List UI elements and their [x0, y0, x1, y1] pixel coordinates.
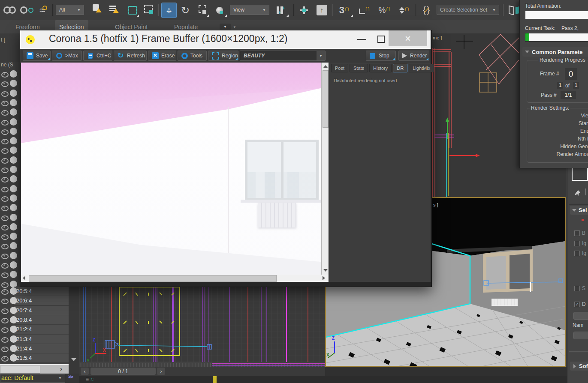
- visibility-eye-icon[interactable]: [1, 110, 9, 116]
- next-frame-button[interactable]: ›: [157, 368, 165, 375]
- visibility-eye-icon[interactable]: [1, 337, 9, 343]
- track-bar-key-marker[interactable]: [213, 376, 217, 383]
- checkbox-d[interactable]: ✓: [574, 302, 580, 307]
- scroll-up-icon[interactable]: [323, 65, 328, 68]
- start-render-button[interactable]: Render: [398, 51, 429, 61]
- layer-circle-icon[interactable]: [10, 307, 17, 314]
- use-pivot-center-icon[interactable]: ++: [272, 3, 289, 17]
- frame-buffer-titlebar[interactable]: Corona 1.5 (hotfix 1) Frame Buffer (1600…: [20, 30, 431, 49]
- visibility-eye-icon[interactable]: [1, 244, 9, 249]
- visibility-eye-icon[interactable]: [1, 215, 9, 221]
- explorer-hscroll-thumb[interactable]: [0, 366, 40, 374]
- mini-curve-editor-icon[interactable]: ≡: [86, 376, 89, 382]
- layer-circle-icon[interactable]: [10, 99, 17, 106]
- fb-tab-post[interactable]: Post: [331, 64, 348, 72]
- fb-region-button[interactable]: Region: [208, 51, 238, 61]
- angle-snap-icon[interactable]: ∩: [356, 3, 373, 17]
- frame-buffer-vscrollbar[interactable]: [321, 63, 329, 275]
- visibility-eye-icon[interactable]: [1, 318, 9, 323]
- unlink-selection-icon[interactable]: [19, 3, 34, 17]
- scroll-right-icon[interactable]: [323, 276, 325, 280]
- explorer-row[interactable]: 21:4:4: [0, 344, 69, 353]
- reference-coordinate-dropdown[interactable]: View▼: [230, 5, 269, 15]
- chevron-down-icon[interactable]: ▼: [58, 376, 62, 380]
- layer-circle-icon[interactable]: [10, 252, 17, 259]
- visibility-eye-icon[interactable]: [1, 327, 9, 333]
- checkbox-b[interactable]: [574, 230, 580, 236]
- checkbox-ig[interactable]: [574, 241, 580, 246]
- select-object-icon[interactable]: [91, 3, 106, 17]
- layer-circle-icon[interactable]: [10, 128, 17, 135]
- fb-ctrlc-button[interactable]: Ctrl+C: [83, 51, 112, 61]
- fb-refresh-button[interactable]: Refresh: [114, 51, 147, 61]
- explorer-column-header[interactable]: ne (S: [1, 62, 13, 68]
- select-by-name-icon[interactable]: [107, 3, 124, 17]
- panel-button[interactable]: [573, 312, 588, 320]
- frame-buffer-hscrollbar[interactable]: [21, 275, 329, 282]
- layer-circle-icon[interactable]: [10, 345, 17, 352]
- snaps-toggle-icon[interactable]: 3∩: [335, 3, 353, 17]
- fb-tab-lightmix[interactable]: LightMix: [409, 64, 434, 72]
- fb-tools-button[interactable]: Tools: [178, 51, 207, 61]
- fb-tab-stats[interactable]: Stats: [350, 64, 368, 72]
- visibility-eye-icon[interactable]: [1, 91, 9, 97]
- visibility-eye-icon[interactable]: [1, 120, 9, 126]
- scroll-down-icon[interactable]: [323, 269, 328, 272]
- fb-max-button[interactable]: >Max: [52, 51, 82, 61]
- workspace-name[interactable]: ace: Default: [1, 374, 33, 381]
- explorer-row[interactable]: 20:5:4: [0, 287, 69, 296]
- panel-button[interactable]: [573, 332, 588, 339]
- explorer-item-name[interactable]: 21:3:4: [16, 336, 32, 342]
- explorer-row[interactable]: 20:7:4: [0, 306, 69, 315]
- layer-circle-icon[interactable]: [10, 118, 17, 126]
- visibility-eye-icon[interactable]: [1, 347, 9, 352]
- visibility-eye-icon[interactable]: [1, 187, 9, 192]
- percent-snap-icon[interactable]: %∩: [376, 3, 394, 17]
- time-slider[interactable]: 0 / 1: [90, 368, 156, 375]
- visibility-eye-icon[interactable]: [1, 234, 9, 240]
- maximize-button[interactable]: [377, 36, 385, 43]
- visibility-eye-icon[interactable]: [1, 168, 9, 173]
- vscroll-thumb[interactable]: [323, 70, 329, 128]
- selection-filter-dropdown[interactable]: All▼: [56, 5, 84, 15]
- layer-circle-icon[interactable]: [10, 214, 17, 221]
- layer-circle-icon[interactable]: [10, 137, 17, 144]
- close-button[interactable]: ×: [389, 30, 427, 46]
- layer-circle-icon[interactable]: [10, 108, 17, 116]
- visibility-eye-icon[interactable]: [1, 225, 9, 230]
- layer-circle-icon[interactable]: [10, 223, 17, 230]
- explorer-row[interactable]: 20:6:4: [0, 296, 69, 305]
- explorer-item-name[interactable]: 21:5:4: [16, 355, 32, 361]
- chevron-down-icon[interactable]: ▼: [233, 25, 236, 29]
- layer-circle-icon[interactable]: [10, 335, 17, 343]
- layer-circle-icon[interactable]: [10, 233, 17, 240]
- explorer-item-name[interactable]: 20:8:4: [16, 317, 32, 323]
- common-parameters-rollout[interactable]: Common Paramete: [522, 47, 588, 57]
- layer-circle-icon[interactable]: [10, 156, 17, 164]
- toolbar-overflow-chevrons[interactable]: >>: [68, 374, 72, 380]
- visibility-eye-icon[interactable]: [1, 263, 9, 269]
- scroll-down-icon[interactable]: [71, 358, 76, 361]
- select-and-place-icon[interactable]: [212, 3, 227, 17]
- explorer-item-name[interactable]: 21:4:4: [16, 345, 32, 352]
- fb-tab-dr[interactable]: DR: [393, 64, 407, 72]
- previous-frame-button[interactable]: ‹: [81, 368, 89, 375]
- select-and-link-icon[interactable]: [2, 3, 17, 17]
- layer-circle-icon[interactable]: [10, 70, 17, 78]
- bind-to-spacewarp-icon[interactable]: ≈: [36, 3, 51, 17]
- layer-circle-icon[interactable]: [10, 204, 17, 211]
- visibility-eye-icon[interactable]: [1, 81, 9, 87]
- visibility-eye-icon[interactable]: [1, 101, 9, 106]
- soft-selection-rollout[interactable]: Sof: [570, 362, 588, 371]
- visibility-eye-icon[interactable]: [1, 356, 9, 362]
- pin-icon[interactable]: [573, 189, 582, 196]
- select-and-move-icon[interactable]: ↔↕: [161, 3, 177, 18]
- layer-circle-icon[interactable]: [10, 90, 17, 97]
- layer-circle-icon[interactable]: [10, 261, 17, 269]
- explorer-item-name[interactable]: 20:6:4: [16, 297, 32, 304]
- fb-save-button[interactable]: Save: [23, 51, 51, 61]
- checkbox-s[interactable]: [574, 286, 580, 291]
- layer-circle-icon[interactable]: [10, 175, 17, 183]
- layer-circle-icon[interactable]: [10, 242, 17, 249]
- layer-circle-icon[interactable]: [10, 80, 17, 87]
